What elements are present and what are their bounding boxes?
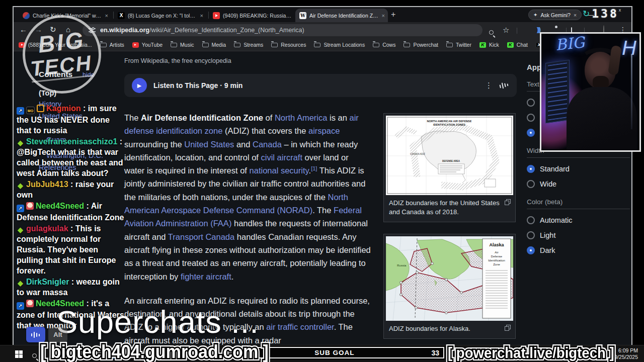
girl-badge-icon [26,202,34,210]
svg-text:Russia: Russia [397,264,407,267]
width-wide-radio[interactable]: Wide [527,180,630,188]
chart-badge-icon: ↗ [17,205,24,212]
bookmark-item[interactable]: Powerchat [404,42,438,48]
new-tab-button[interactable]: + [391,10,395,19]
figure-adiz-us-canada[interactable]: NORTH AMERICAN AIR DEFENSE IDENTIFICATIO… [383,113,516,222]
wave-key [26,327,45,342]
kick-icon: K [479,42,486,48]
wiki-link[interactable]: airspace [308,126,340,135]
bookmark-item[interactable]: Resources [271,42,306,48]
wiki-link[interactable]: North America [275,113,328,122]
listen-to-page-bar[interactable]: ▶ Listen to This Page · 9 min ⋮ [124,74,517,97]
gemini-close-icon[interactable]: × [574,12,577,18]
chat-username: Stevefransenisaschizo1 [26,137,117,146]
bookmark-item[interactable]: Streams [234,42,263,48]
folder-icon [446,43,453,47]
svg-text:Air: Air [495,251,498,254]
wiki-link[interactable]: Transport Canada [168,232,234,241]
bookmark-label: YouTube [142,42,163,48]
alt-key: Alt [48,327,67,342]
text: of [263,113,275,122]
tab-close-icon[interactable]: × [382,13,385,19]
chart-badge-icon: ↗ [17,302,24,310]
chat-username: Need4Sneed [36,202,84,210]
color-heading: Color (beta) [527,198,630,209]
listen-label: Listen to This Page · 9 min [153,81,243,89]
ask-gemini-label: Ask Gemini? [540,12,571,18]
tab-close-icon[interactable]: × [105,13,108,19]
bookmark-item[interactable]: Media [202,42,226,48]
address-bar[interactable]: en.wikipedia.org/wiki/Air_Defense_Identi… [83,24,482,36]
tab-close-icon[interactable]: × [200,13,203,19]
expand-icon[interactable] [506,199,511,204]
wiki-link[interactable]: air traffic controller [266,322,334,331]
citation-link[interactable]: [1] [311,165,317,171]
led-close-icon[interactable]: x [619,8,621,13]
folder-icon [171,43,177,47]
color-dark-radio[interactable]: Dark [527,246,630,254]
tab-breaking-russia[interactable]: (9409) BREAKING: Russia Says NATO × [209,9,301,22]
bookmark-item[interactable]: YouTube [132,42,163,48]
folder-icon [234,43,240,47]
figure-caption: ADIZ boundaries for Alaska. [386,321,513,336]
text: The [124,113,141,122]
url-text[interactable]: en.wikipedia.org/wiki/Air_Defense_Identi… [100,27,304,34]
bookmark-item[interactable]: KChat [507,42,528,48]
color-automatic-radio[interactable]: Automatic [527,216,630,224]
ask-gemini-chip[interactable]: ✦ Ask Gemini? × [528,10,582,20]
bookmark-label: Artists [110,42,124,48]
tab-lucas-gage[interactable]: X (8) Lucas Gage on X: "I told you this … [114,9,206,22]
led-counter: 138 [592,7,619,20]
windows-start-icon[interactable] [15,350,23,358]
bookmark-item[interactable]: Twitter [446,42,471,48]
svg-text:Identification: Identification [488,259,505,262]
taskbar-clock[interactable]: 6:09 PM 9/25/2025 [614,347,638,360]
back-icon[interactable]: ← [20,25,27,34]
wiki-link[interactable]: fighter aircraft [181,272,231,281]
bookmark-item[interactable]: Artists [100,42,124,48]
svg-text:IDENTIFICATION ZONES: IDENTIFICATION ZONES [433,123,465,126]
wiki-link[interactable]: United States [184,140,234,149]
bookmark-label: Cows [382,42,395,48]
expand-icon[interactable] [506,325,511,329]
bookmark-item[interactable]: Stream Locations [314,42,365,48]
article-paragraph: The Air Defense Identification Zone of N… [124,111,371,283]
tab-title: Air Defense Identification Zone (Nort [309,13,379,19]
hotkey-overlay: Alt [26,327,67,342]
wikipedia-icon: W [299,12,306,19]
bookmark-star-icon[interactable]: ☆ [503,26,509,35]
clock-date: 9/25/2025 [614,354,638,360]
zoom-icon[interactable] [489,28,494,37]
bookmark-item[interactable]: Music [171,42,194,48]
color-light-radio[interactable]: Light [527,231,630,239]
waveform-icon[interactable] [499,81,509,89]
tab-adiz-active[interactable]: W Air Defense Identification Zone (Nort … [295,9,388,22]
folder-icon [314,43,320,47]
listen-menu-kebab-icon[interactable]: ⋮ [485,81,493,90]
chat-overlay: ↗MOKagmion : im sure the US has NEVER do… [17,103,125,331]
youtube-icon [213,12,220,19]
svg-text:NORTH AMERICAN AIR DEFENSE: NORTH AMERICAN AIR DEFENSE [427,120,472,123]
taskbar-search-icon[interactable] [32,351,37,360]
figure-adiz-alaska[interactable]: Russia Canada Alaska Air Defense Identif… [383,234,516,339]
bookmark-item[interactable]: Cows [373,42,395,48]
sub-goal-target: 33 [431,349,439,357]
browser-toolbar: ← → ↻ ⌂ en.wikipedia.org/wiki/Air_Defens… [14,22,631,38]
wiki-link[interactable]: national security [250,166,309,175]
bookmark-label: Streams [244,42,263,48]
url-domain: en.wikipedia.org [100,27,149,34]
play-button[interactable]: ▶ [132,78,147,93]
bookmark-item[interactable]: KKick [479,42,499,48]
wiki-link[interactable]: civil aircraft [261,153,303,162]
folder-icon [100,43,107,47]
width-standard-radio[interactable]: Standard [527,165,630,173]
chat-message: ◆DirkSnigler : weezu goin to war massa [17,277,125,298]
wiki-link[interactable]: Canada [253,140,282,149]
girl-badge-icon [26,300,34,307]
chat-username: JubJub413 [26,180,68,189]
x-logo-icon: X [118,12,125,19]
alaska-map-image: Russia Canada Alaska Air Defense Identif… [386,236,513,321]
folder-icon [202,43,209,47]
mo-badge-icon: MO [26,107,35,114]
superchats-overlay-text: Superchats ... [56,304,259,340]
